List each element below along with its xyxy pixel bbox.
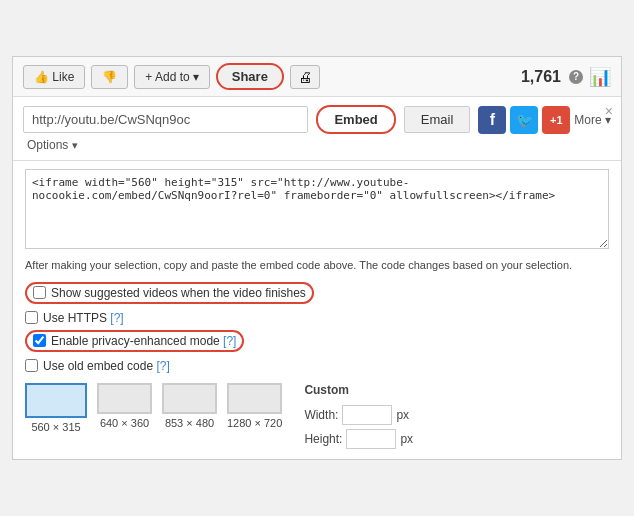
like-label: Like [52, 70, 74, 84]
checkbox-https[interactable] [25, 311, 38, 324]
privacy-help-link[interactable]: [?] [223, 334, 236, 348]
social-icons: f 🐦 +1 More ▾ [478, 106, 611, 134]
width-input[interactable] [342, 405, 392, 425]
embed-note: After making your selection, copy and pa… [25, 258, 609, 273]
custom-width-row: Width: px [304, 405, 413, 425]
height-px-label: px [400, 432, 413, 446]
size-thumb-4[interactable] [227, 383, 282, 414]
embed-code-textarea[interactable] [25, 169, 609, 249]
https-help-link[interactable]: [?] [110, 311, 123, 325]
share-label: Share [232, 69, 268, 84]
size-label-4: 1280 × 720 [227, 417, 282, 429]
url-input[interactable] [23, 106, 308, 133]
height-label: Height: [304, 432, 342, 446]
share-button[interactable]: Share [216, 63, 284, 90]
add-to-label: + Add to [145, 70, 189, 84]
width-px-label: px [396, 408, 409, 422]
googleplus-icon[interactable]: +1 [542, 106, 570, 134]
options-row: Options ▾ [23, 138, 611, 152]
checkbox-row-3: Enable privacy-enhanced mode [?] [25, 330, 244, 352]
checkbox-suggested-label: Show suggested videos when the video fin… [51, 286, 306, 300]
custom-height-row: Height: px [304, 429, 413, 449]
checkboxes: Show suggested videos when the video fin… [25, 282, 609, 373]
checkbox-row-2: Use HTTPS [?] [25, 311, 609, 325]
like-button[interactable]: 👍 Like [23, 65, 85, 89]
more-label: More [574, 113, 601, 127]
email-tab-label: Email [421, 112, 454, 127]
email-tab[interactable]: Email [404, 106, 471, 133]
size-thumb-2[interactable] [97, 383, 152, 414]
checkbox-old-embed[interactable] [25, 359, 38, 372]
print-button[interactable]: 🖨 [290, 65, 320, 89]
toolbar-right: 1,761 ? 📊 [521, 66, 611, 88]
checkbox-privacy[interactable] [33, 334, 46, 347]
size-label-1: 560 × 315 [31, 421, 80, 433]
height-input[interactable] [346, 429, 396, 449]
share-row: Embed Email f 🐦 +1 More ▾ [23, 105, 611, 134]
size-thumb-1[interactable] [25, 383, 87, 418]
checkbox-row-4: Use old embed code [?] [25, 359, 609, 373]
size-label-3: 853 × 480 [165, 417, 214, 429]
main-container: 👍 Like 👎 + Add to ▾ Share 🖨 1,761 ? 📊 [12, 56, 622, 459]
add-to-button[interactable]: + Add to ▾ [134, 65, 209, 89]
checkbox-privacy-label: Enable privacy-enhanced mode [?] [51, 334, 236, 348]
embed-tab[interactable]: Embed [316, 105, 395, 134]
embed-tab-label: Embed [334, 112, 377, 127]
size-label-2: 640 × 360 [100, 417, 149, 429]
custom-section: Custom Width: px Height: px [304, 383, 413, 449]
checkbox-row-1: Show suggested videos when the video fin… [25, 282, 314, 304]
toolbar: 👍 Like 👎 + Add to ▾ Share 🖨 1,761 ? 📊 [13, 57, 621, 97]
help-badge[interactable]: ? [569, 70, 583, 84]
thumb-up-icon: 👍 [34, 70, 49, 84]
share-panel: × Embed Email f 🐦 +1 More ▾ Options ▾ [13, 97, 621, 161]
dislike-button[interactable]: 👎 [91, 65, 128, 89]
toolbar-left: 👍 Like 👎 + Add to ▾ Share 🖨 [23, 63, 320, 90]
options-chevron-icon: ▾ [72, 139, 78, 152]
options-label[interactable]: Options [27, 138, 68, 152]
custom-label: Custom [304, 383, 413, 397]
old-embed-help-link[interactable]: [?] [156, 359, 169, 373]
size-option-3[interactable]: 853 × 480 [162, 383, 217, 429]
size-option-2[interactable]: 640 × 360 [97, 383, 152, 429]
embed-panel: After making your selection, copy and pa… [13, 161, 621, 458]
width-label: Width: [304, 408, 338, 422]
stats-icon[interactable]: 📊 [589, 66, 611, 88]
print-icon: 🖨 [298, 69, 312, 85]
size-row: 560 × 315 640 × 360 853 × 480 1280 × 720… [25, 383, 609, 449]
size-option-4[interactable]: 1280 × 720 [227, 383, 282, 429]
checkbox-https-label: Use HTTPS [?] [43, 311, 124, 325]
size-thumb-3[interactable] [162, 383, 217, 414]
size-option-1[interactable]: 560 × 315 [25, 383, 87, 433]
view-count: 1,761 [521, 68, 561, 86]
add-to-chevron-icon: ▾ [193, 70, 199, 84]
checkbox-suggested-videos[interactable] [33, 286, 46, 299]
thumb-down-icon: 👎 [102, 70, 117, 84]
close-button[interactable]: × [605, 103, 613, 119]
facebook-icon[interactable]: f [478, 106, 506, 134]
twitter-icon[interactable]: 🐦 [510, 106, 538, 134]
checkbox-old-embed-label: Use old embed code [?] [43, 359, 170, 373]
